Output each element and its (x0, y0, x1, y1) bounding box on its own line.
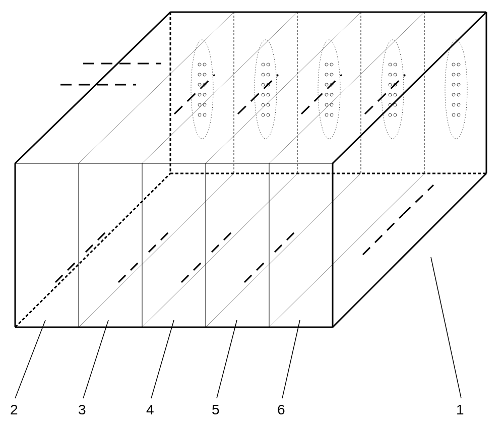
svg-point-59 (452, 73, 455, 76)
svg-point-58 (457, 63, 460, 66)
svg-point-9 (198, 83, 201, 86)
label-4: 4 (146, 402, 154, 417)
svg-point-53 (394, 103, 397, 106)
svg-line-74 (212, 228, 236, 252)
floor-line-2 (142, 173, 297, 327)
top-left-edge (15, 12, 170, 163)
floor-diag-group (55, 185, 433, 282)
label-6: 6 (277, 402, 285, 417)
svg-point-13 (198, 103, 201, 106)
svg-point-48 (389, 83, 392, 86)
svg-point-32 (330, 63, 333, 66)
top-diag-group (174, 75, 405, 114)
svg-point-60 (457, 73, 460, 76)
svg-point-20 (262, 73, 265, 76)
svg-point-61 (452, 83, 455, 86)
svg-line-3 (365, 75, 405, 114)
svg-point-31 (325, 63, 328, 66)
bottom-right-edge (333, 173, 486, 327)
svg-point-37 (325, 93, 328, 96)
svg-point-12 (203, 93, 206, 96)
svg-point-35 (325, 83, 328, 86)
ellipse-group (191, 40, 467, 139)
svg-point-54 (389, 113, 392, 116)
svg-point-46 (389, 73, 392, 76)
svg-point-41 (325, 113, 328, 116)
label-3: 3 (78, 402, 86, 417)
svg-point-47 (394, 73, 397, 76)
svg-point-15 (198, 113, 201, 116)
svg-point-66 (457, 103, 460, 106)
svg-line-70 (86, 228, 110, 252)
leader-4 (151, 320, 174, 398)
svg-point-64 (457, 93, 460, 96)
svg-point-28 (262, 113, 265, 116)
svg-point-14 (203, 103, 206, 106)
svg-point-34 (330, 73, 333, 76)
svg-point-29 (267, 113, 270, 116)
floor-line-1 (79, 173, 234, 327)
svg-point-25 (267, 93, 270, 96)
label-5: 5 (212, 402, 220, 417)
svg-point-38 (330, 93, 333, 96)
svg-point-17 (255, 40, 277, 139)
svg-point-55 (394, 113, 397, 116)
svg-point-67 (452, 113, 455, 116)
svg-line-2 (301, 75, 342, 114)
svg-line-1 (238, 75, 278, 114)
svg-line-73 (181, 258, 206, 282)
svg-line-71 (118, 258, 143, 282)
svg-point-6 (203, 63, 206, 66)
svg-point-56 (445, 40, 467, 139)
svg-point-30 (318, 40, 340, 139)
floor-line-4 (269, 173, 424, 327)
svg-point-26 (262, 103, 265, 106)
svg-point-57 (452, 63, 455, 66)
svg-point-43 (382, 40, 404, 139)
svg-line-76 (275, 228, 299, 252)
svg-point-68 (457, 113, 460, 116)
svg-point-5 (198, 63, 201, 66)
svg-point-62 (457, 83, 460, 86)
svg-point-21 (267, 73, 270, 76)
leader-1 (431, 257, 461, 398)
leader-3 (83, 320, 108, 398)
label-1: 1 (456, 402, 464, 417)
svg-point-4 (191, 40, 213, 139)
svg-point-63 (452, 93, 455, 96)
leader-2 (15, 320, 45, 398)
svg-point-16 (203, 113, 206, 116)
ceiling-line-1 (79, 12, 234, 163)
svg-point-24 (262, 93, 265, 96)
svg-point-40 (330, 103, 333, 106)
leader-5 (217, 320, 237, 398)
svg-line-72 (149, 228, 173, 252)
svg-point-22 (262, 83, 265, 86)
svg-point-18 (262, 63, 265, 66)
top-right-edge (333, 12, 486, 163)
svg-point-51 (394, 93, 397, 96)
svg-line-78 (403, 185, 433, 214)
leader-6 (282, 320, 300, 398)
ceiling-line-3 (206, 12, 361, 163)
svg-line-69 (55, 258, 80, 282)
svg-point-50 (389, 93, 392, 96)
svg-point-45 (394, 63, 397, 66)
svg-point-65 (452, 103, 455, 106)
bottom-left-edge-hidden (15, 173, 170, 327)
svg-line-75 (244, 258, 269, 282)
diagram-svg: 2 3 4 5 6 1 (0, 0, 504, 424)
svg-point-19 (267, 63, 270, 66)
floor-line-3 (206, 173, 361, 327)
ceiling-line-2 (142, 12, 297, 163)
svg-point-8 (203, 73, 206, 76)
front-face (15, 163, 333, 327)
svg-point-42 (330, 113, 333, 116)
svg-point-33 (325, 73, 328, 76)
label-2: 2 (10, 402, 18, 417)
svg-point-39 (325, 103, 328, 106)
svg-point-44 (389, 63, 392, 66)
svg-line-77 (363, 214, 403, 255)
ceiling-line-4 (269, 12, 424, 163)
svg-line-0 (174, 75, 215, 114)
